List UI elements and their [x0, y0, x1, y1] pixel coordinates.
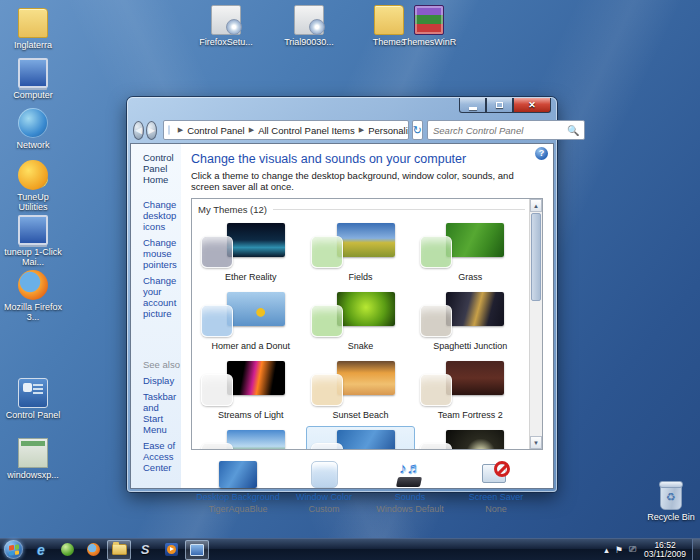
desktop-icon-firefox[interactable]: Mozilla Firefox 3... — [2, 270, 64, 322]
internet-explorer-icon: e — [37, 542, 45, 558]
sidebar-link-mouse-pointers[interactable]: Change mouse pointers — [143, 237, 181, 270]
theme-name: Streams of Light — [197, 410, 305, 420]
theme-item[interactable]: Ether Reality — [196, 219, 306, 284]
taskbar-explorer[interactable] — [107, 540, 131, 560]
sidebar-link-ease-of-access[interactable]: Ease of Access Center — [143, 440, 181, 473]
theme-components-row: Desktop Background TigerAquaBlue Window … — [191, 450, 543, 514]
sidebar-link-taskbar-start-menu[interactable]: Taskbar and Start Menu — [143, 391, 181, 435]
window-color-item[interactable]: Window Color Custom — [281, 459, 367, 514]
sidebar-link-account-picture[interactable]: Change your account picture — [143, 275, 181, 319]
theme-name: Team Fortress 2 — [416, 410, 524, 420]
themes-group-title: My Themes (12) — [198, 204, 267, 215]
desktop-icon-trial[interactable]: Trial90030... — [278, 5, 340, 47]
theme-item[interactable] — [306, 426, 416, 450]
desktop-icon-recycle-bin[interactable]: Recycle Bin — [640, 482, 700, 522]
maximize-button[interactable] — [486, 98, 513, 113]
theme-item[interactable]: Team Fortress 2 — [415, 357, 525, 422]
desktop-background-label[interactable]: Desktop Background — [195, 492, 281, 502]
desktop-icon-themes-winrar[interactable]: ThemesWinR — [398, 5, 460, 47]
sidebar-item-control-panel-home[interactable]: Control Panel Home — [143, 152, 181, 185]
theme-item[interactable] — [415, 426, 525, 450]
themes-scrollbar[interactable]: ▲ ▼ — [529, 199, 542, 449]
sidebar-link-desktop-icons[interactable]: Change desktop icons — [143, 199, 181, 232]
computer-icon — [18, 58, 48, 88]
show-desktop-button[interactable] — [692, 539, 700, 560]
sounds-icon: ♪♬ — [395, 461, 425, 488]
forward-button[interactable]: ► — [146, 121, 157, 140]
minimize-button[interactable] — [459, 98, 486, 113]
network-icon — [18, 108, 48, 138]
show-hidden-icons[interactable]: ▴ — [604, 545, 609, 555]
taskbar-media-player[interactable] — [159, 540, 183, 560]
desktop-icon-label: Recycle Bin — [640, 512, 700, 522]
scroll-down-icon[interactable]: ▼ — [530, 436, 542, 449]
sounds-label[interactable]: Sounds — [367, 492, 453, 502]
window-titlebar[interactable]: ✕ — [127, 97, 557, 117]
back-button[interactable]: ◄ — [133, 121, 144, 140]
search-icon[interactable]: 🔍 — [562, 125, 584, 136]
theme-thumbnail — [337, 292, 395, 326]
taskbar-media-center[interactable] — [55, 540, 79, 560]
theme-name: Snake — [307, 341, 415, 351]
theme-item[interactable]: Sunset Beach — [306, 357, 416, 422]
desktop-icon-tuneup-1click[interactable]: tuneup 1-Click Mai... — [2, 215, 64, 267]
theme-item[interactable]: Streams of Light — [196, 357, 306, 422]
help-icon[interactable]: ? — [535, 147, 548, 160]
theme-item[interactable]: Fields — [306, 219, 416, 284]
theme-thumbnail — [446, 223, 504, 257]
breadcrumb-all-items[interactable]: All Control Panel Items — [258, 125, 355, 136]
theme-item[interactable]: Snake — [306, 288, 416, 353]
taskbar-clock[interactable]: 16:52 03/11/2009 — [644, 541, 686, 559]
theme-item[interactable]: Homer and a Donut — [196, 288, 306, 353]
page-subtitle: Click a theme to change the desktop back… — [191, 170, 543, 192]
theme-item[interactable]: Grass — [415, 219, 525, 284]
screen-saver-item[interactable]: Screen Saver None — [453, 459, 539, 514]
sounds-item[interactable]: ♪♬ Sounds Windows Default — [367, 459, 453, 514]
taskbar-internet-explorer[interactable]: e — [29, 540, 53, 560]
theme-thumbnail — [446, 292, 504, 326]
window-color-label[interactable]: Window Color — [281, 492, 367, 502]
close-button[interactable]: ✕ — [513, 98, 551, 113]
sidebar-link-display[interactable]: Display — [143, 375, 181, 386]
breadcrumb-control-panel[interactable]: Control Panel — [187, 125, 245, 136]
s-logo-icon: S — [141, 542, 150, 557]
desktop-icon-tuneup-utilities[interactable]: TuneUp Utilities — [2, 160, 64, 212]
tuneup-icon — [18, 160, 48, 190]
search-box[interactable]: 🔍 — [427, 120, 585, 140]
desktop-icon-windowsxp[interactable]: windowsxp... — [2, 438, 64, 480]
explorer-folder-icon — [112, 544, 127, 555]
action-center-flag-icon[interactable]: ⚑ — [615, 545, 623, 555]
desktop-icon-network[interactable]: Network — [2, 108, 64, 150]
refresh-button[interactable]: ↻ — [412, 120, 423, 140]
see-also-title: See also — [143, 359, 181, 370]
theme-glass-icon — [311, 305, 343, 337]
taskbar-s-app[interactable]: S — [133, 540, 157, 560]
network-tray-icon[interactable]: ⎚ — [629, 544, 636, 555]
desktop-icon-inglaterra[interactable]: Inglaterra — [2, 8, 64, 50]
system-tray: ▴ ⚑ ⎚ 16:52 03/11/2009 — [601, 539, 700, 560]
theme-glass-icon — [420, 443, 452, 450]
desktop-icon-computer[interactable]: Computer — [2, 58, 64, 100]
personalization-window-icon — [190, 544, 204, 556]
taskbar-personalization-window[interactable] — [185, 540, 209, 560]
taskbar-firefox[interactable] — [81, 540, 105, 560]
desktop-background-value: TigerAquaBlue — [195, 504, 281, 514]
scrollbar-thumb[interactable] — [531, 213, 541, 301]
theme-item[interactable] — [196, 426, 306, 450]
start-button[interactable] — [4, 540, 23, 559]
breadcrumb[interactable]: ▶ Control Panel ▶ All Control Panel Item… — [163, 120, 409, 140]
theme-item[interactable]: Spaghetti Junction — [415, 288, 525, 353]
recycle-bin-icon — [660, 484, 682, 510]
screen-saver-label[interactable]: Screen Saver — [453, 492, 539, 502]
breadcrumb-personalization[interactable]: Personalization — [368, 125, 409, 136]
search-input[interactable] — [428, 125, 562, 136]
desktop-icon-firefox-setup[interactable]: FirefoxSetu... — [195, 5, 257, 47]
theme-glass-icon — [311, 443, 343, 450]
desktop-background-item[interactable]: Desktop Background TigerAquaBlue — [195, 459, 281, 514]
scroll-up-icon[interactable]: ▲ — [530, 199, 542, 212]
desktop-icon-label: Mozilla Firefox 3... — [2, 302, 64, 322]
firefox-icon — [87, 543, 100, 556]
control-panel-icon — [18, 378, 48, 408]
installer-icon — [294, 5, 324, 35]
desktop-icon-control-panel[interactable]: Control Panel — [2, 378, 64, 420]
